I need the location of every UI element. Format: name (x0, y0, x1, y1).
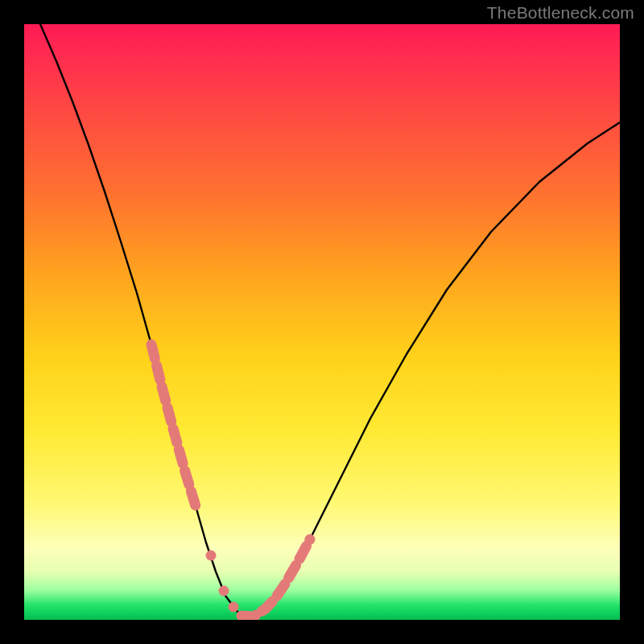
plot-area (24, 24, 620, 620)
right-flank-marker (242, 539, 310, 617)
bottleneck-curve (40, 24, 620, 618)
left-flank-marker (151, 345, 196, 509)
curve-layer (24, 24, 620, 620)
watermark-text: TheBottleneck.com (487, 3, 634, 23)
marker-dot (206, 551, 217, 561)
marker-dot (229, 602, 239, 613)
chart-frame: TheBottleneck.com (0, 0, 644, 644)
marker-dot (219, 586, 229, 597)
